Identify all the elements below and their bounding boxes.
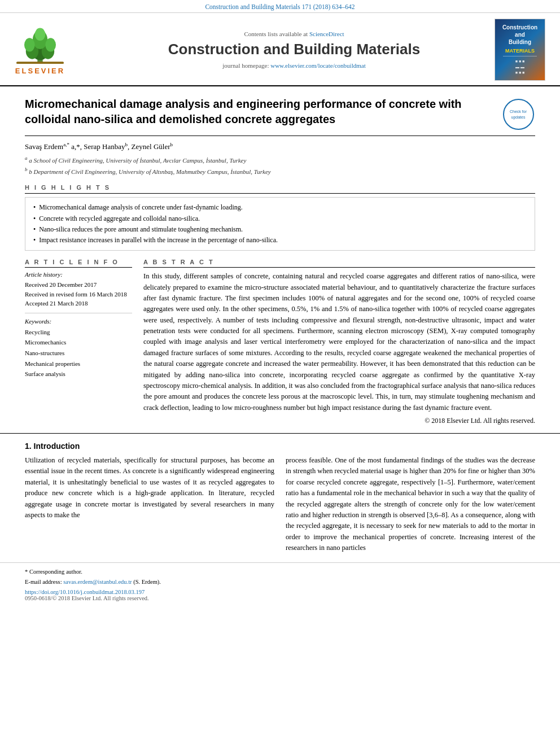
elsevier-tree-icon bbox=[9, 25, 71, 64]
article-title: Micromechanical damage analysis and engi… bbox=[25, 97, 492, 127]
sciencedirect-line: Contents lists available at ScienceDirec… bbox=[244, 30, 344, 37]
email-label: E-mail address: bbox=[25, 579, 63, 585]
check-for-updates-area: Check for updates bbox=[501, 97, 535, 130]
rights-line: 0950-0618/© 2018 Elsevier Ltd. All right… bbox=[25, 595, 535, 601]
intro-col2-text: process feasible. One of the most fundam… bbox=[286, 455, 535, 553]
journal-thumbnail: ConstructionandBuilding MATERIALS ■ ■ ■ … bbox=[495, 19, 545, 81]
highlights-box: Micromechanical damage analysis of concr… bbox=[25, 197, 535, 251]
article-info-col: A R T I C L E I N F O Article history: R… bbox=[25, 259, 132, 425]
svg-point-6 bbox=[45, 38, 56, 51]
article-info-abstract-section: A R T I C L E I N F O Article history: R… bbox=[0, 251, 560, 425]
abstract-col: A B S T R A C T In this study, different… bbox=[143, 259, 535, 425]
affiliation-b: b b Department of Civil Engineering, Uni… bbox=[25, 166, 535, 176]
article-history-label: Article history: bbox=[25, 271, 132, 278]
journal-thumbnail-area: ConstructionandBuilding MATERIALS ■ ■ ■ … bbox=[489, 19, 551, 81]
doi-line: https://doi.org/10.1016/j.conbuildmat.20… bbox=[25, 589, 535, 595]
doi-text[interactable]: https://doi.org/10.1016/j.conbuildmat.20… bbox=[25, 589, 145, 595]
author-erdem-affil: a,* bbox=[63, 142, 69, 147]
journal-header: ELSEVIER Contents lists available at Sci… bbox=[0, 13, 560, 86]
page: Construction and Building Materials 171 … bbox=[0, 0, 560, 747]
keyword-1: Recycling bbox=[25, 327, 132, 338]
author-hanbay: a,*, Serap Hanbay bbox=[69, 142, 125, 151]
keywords-list: Recycling Micromechanics Nano-structures… bbox=[25, 327, 132, 379]
abstract-copyright: © 2018 Elsevier Ltd. All rights reserved… bbox=[143, 417, 535, 425]
accepted-date: Accepted 21 March 2018 bbox=[25, 299, 132, 308]
highlights-title: H I G H L I G H T S bbox=[25, 184, 535, 194]
sciencedirect-link-text[interactable]: ScienceDirect bbox=[309, 30, 344, 37]
abstract-heading: A B S T R A C T bbox=[143, 259, 535, 268]
authors-line: Savaş Erdema,* a,*, Serap Hanbayb, Zeyne… bbox=[25, 142, 535, 151]
article-title-row: Micromechanical damage analysis and engi… bbox=[25, 97, 535, 136]
thumbnail-subtitle: MATERIALS bbox=[505, 48, 535, 54]
svg-point-7 bbox=[35, 28, 46, 40]
author-guler-affil: b bbox=[170, 142, 173, 147]
intro-two-col: Utilization of recycled materials, speci… bbox=[25, 455, 535, 557]
journal-header-center: Contents lists available at ScienceDirec… bbox=[105, 19, 483, 81]
article-info-heading: A R T I C L E I N F O bbox=[25, 259, 132, 268]
intro-section-title: 1. Introduction bbox=[25, 442, 535, 451]
intro-col-2: process feasible. One of the most fundam… bbox=[286, 455, 535, 557]
email-address[interactable]: savas.erdem@istanbul.edu.tr bbox=[63, 579, 132, 585]
corresponding-author-note: * Corresponding author. bbox=[25, 567, 535, 576]
journal-title: Construction and Building Materials bbox=[168, 41, 420, 58]
elsevier-wordmark: ELSEVIER bbox=[15, 67, 65, 75]
introduction-section: 1. Introduction Utilization of recycled … bbox=[0, 433, 560, 557]
abstract-text: In this study, different samples of conc… bbox=[143, 271, 535, 413]
intro-col1-text: Utilization of recycled materials, speci… bbox=[25, 455, 274, 521]
check-line2: updates bbox=[511, 115, 526, 120]
divider-1 bbox=[25, 313, 132, 313]
keyword-2: Micromechanics bbox=[25, 337, 132, 348]
highlight-item-4: Impact resistance increases in parallel … bbox=[33, 235, 527, 246]
highlight-item-1: Micromechanical damage analysis of concr… bbox=[33, 202, 527, 213]
journal-citation-bar: Construction and Building Materials 171 … bbox=[0, 0, 560, 13]
homepage-link-text[interactable]: www.elsevier.com/locate/conbuildmat bbox=[270, 62, 366, 69]
keywords-label: Keywords: bbox=[25, 318, 132, 325]
email-suffix: (S. Erdem). bbox=[132, 579, 161, 585]
corresponding-note-text: * Corresponding author. bbox=[25, 569, 82, 575]
thumbnail-title: ConstructionandBuilding bbox=[502, 24, 537, 46]
affiliation-a: a a School of Civil Engineering, Univers… bbox=[25, 155, 535, 165]
email-line: E-mail address: savas.erdem@istanbul.edu… bbox=[25, 578, 535, 587]
svg-rect-8 bbox=[16, 62, 64, 64]
journal-citation-text: Construction and Building Materials 171 … bbox=[205, 3, 355, 10]
received-date: Received 20 December 2017 bbox=[25, 280, 132, 290]
svg-point-5 bbox=[24, 38, 35, 51]
intro-col-1: Utilization of recycled materials, speci… bbox=[25, 455, 274, 557]
keyword-4: Mechanical properties bbox=[25, 359, 132, 369]
elsevier-logo: ELSEVIER bbox=[9, 25, 71, 75]
highlight-item-2: Concrete with recycled aggregate and col… bbox=[33, 213, 527, 224]
highlight-item-3: Nano-silica reduces the pore amount and … bbox=[33, 224, 527, 235]
article-footer: * Corresponding author. E-mail address: … bbox=[0, 562, 560, 605]
author-erdem: Savaş Erdem bbox=[25, 142, 63, 151]
keyword-3: Nano-structures bbox=[25, 348, 132, 359]
author-guler: , Zeynel Güler bbox=[128, 142, 170, 151]
keyword-5: Surface analysis bbox=[25, 369, 132, 379]
article-title-section: Micromechanical damage analysis and engi… bbox=[0, 86, 560, 176]
revised-date: Received in revised form 16 March 2018 bbox=[25, 290, 132, 299]
abstract-paragraph: In this study, different samples of conc… bbox=[143, 271, 535, 413]
check-line1: Check for bbox=[510, 109, 527, 114]
elsevier-logo-area: ELSEVIER bbox=[9, 19, 99, 81]
sciencedirect-prefix: Contents lists available at bbox=[244, 30, 309, 37]
journal-homepage-line: journal homepage: www.elsevier.com/locat… bbox=[222, 62, 365, 69]
check-for-updates-badge: Check for updates bbox=[503, 99, 534, 130]
homepage-prefix: journal homepage: bbox=[222, 62, 270, 69]
highlights-section: H I G H L I G H T S Micromechanical dama… bbox=[0, 184, 560, 251]
